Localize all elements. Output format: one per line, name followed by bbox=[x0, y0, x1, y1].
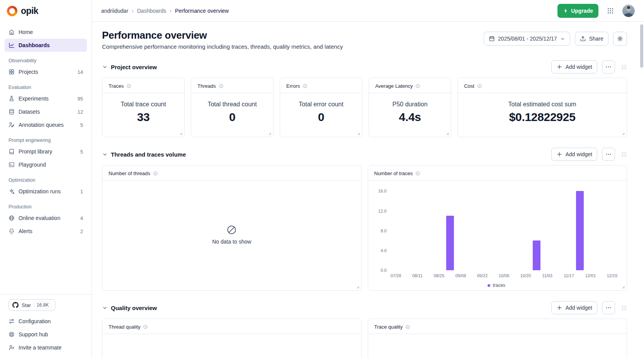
apps-grid-icon bbox=[607, 7, 614, 14]
card-header: Average Latency bbox=[369, 78, 451, 93]
sidebar-item-home[interactable]: Home bbox=[5, 26, 87, 39]
apps-menu-button[interactable] bbox=[605, 5, 616, 17]
opik-logo[interactable]: opik bbox=[0, 0, 92, 22]
collapse-section-button[interactable] bbox=[102, 152, 108, 157]
drag-dots-icon bbox=[621, 64, 627, 70]
topbar: andriidudar › Dashboards › Performance o… bbox=[92, 0, 644, 22]
x-tick-label: 08/25 bbox=[434, 273, 445, 278]
info-icon[interactable] bbox=[153, 171, 158, 176]
resize-handle[interactable] bbox=[355, 285, 360, 289]
resize-icon bbox=[621, 285, 625, 289]
date-range-button[interactable]: 2025/08/01 - 2025/12/17 bbox=[484, 32, 570, 46]
ellipsis-icon bbox=[605, 305, 612, 311]
add-widget-button[interactable]: Add widget bbox=[551, 60, 597, 73]
drag-handle[interactable] bbox=[621, 152, 627, 157]
card-title: Traces bbox=[109, 83, 124, 89]
sidebar-item-online-evaluation[interactable]: Online evaluation 4 bbox=[5, 211, 87, 225]
resize-handle[interactable] bbox=[621, 285, 625, 289]
sidebar-item-label: Support hub bbox=[19, 331, 48, 338]
sidebar-section-observability: Observability bbox=[5, 58, 87, 63]
breadcrumb: andriidudar › Dashboards › Performance o… bbox=[101, 8, 229, 14]
sidebar-item-projects[interactable]: Projects 14 bbox=[5, 65, 87, 78]
info-icon[interactable] bbox=[415, 84, 420, 89]
collapse-section-button[interactable] bbox=[102, 64, 108, 70]
page-header: Performance overview Comprehensive perfo… bbox=[102, 29, 627, 50]
info-icon[interactable] bbox=[126, 84, 131, 89]
card-title: Errors bbox=[286, 83, 300, 89]
item-count: 5 bbox=[80, 149, 83, 155]
no-data-icon bbox=[226, 225, 237, 235]
sidebar-item-experiments[interactable]: Experiments 95 bbox=[5, 92, 87, 105]
metric-value: 0 bbox=[229, 111, 235, 124]
sidebar-item-annotation-queues[interactable]: Annotation queues 5 bbox=[5, 118, 87, 131]
info-icon[interactable] bbox=[477, 84, 482, 89]
calendar-icon bbox=[489, 36, 495, 42]
breadcrumb-current: Performance overview bbox=[175, 8, 229, 14]
info-icon[interactable] bbox=[415, 171, 420, 176]
item-count: 12 bbox=[78, 109, 83, 115]
section-more-button[interactable] bbox=[602, 301, 615, 314]
traces-chart-xaxis: 07/2808/1108/2509/0809/2210/0610/2011/03… bbox=[391, 273, 618, 279]
sidebar-item-invite-teammate[interactable]: Invite a teammate bbox=[5, 341, 87, 354]
card-header: Errors bbox=[280, 78, 362, 93]
resize-handle[interactable] bbox=[445, 131, 450, 136]
resize-handle[interactable] bbox=[356, 131, 361, 136]
errors-card: Errors Total error count 0 bbox=[280, 78, 362, 137]
share-button[interactable]: Share bbox=[575, 32, 608, 46]
sidebar-item-configuration[interactable]: Configuration bbox=[5, 315, 87, 328]
x-tick-label: 10/06 bbox=[499, 273, 510, 278]
resize-handle[interactable] bbox=[621, 131, 625, 136]
y-tick-label: 12.0 bbox=[378, 209, 386, 213]
add-widget-button[interactable]: Add widget bbox=[551, 148, 597, 161]
resize-handle[interactable] bbox=[267, 131, 272, 136]
empty-state-text: No data to show bbox=[212, 239, 251, 245]
sidebar-item-label: Playground bbox=[19, 162, 46, 168]
sidebar-item-prompt-library[interactable]: Prompt library 5 bbox=[5, 145, 87, 158]
resize-icon bbox=[178, 131, 183, 136]
info-icon[interactable] bbox=[143, 324, 148, 329]
sidebar-item-support-hub[interactable]: Support hub bbox=[5, 328, 87, 341]
sidebar-nav: Home Dashboards Observability Projects 1… bbox=[0, 22, 92, 294]
info-icon[interactable] bbox=[405, 324, 410, 329]
plus-icon bbox=[556, 305, 562, 311]
sidebar-item-datasets[interactable]: Datasets 12 bbox=[5, 105, 87, 118]
breadcrumb-workspace[interactable]: andriidudar bbox=[101, 8, 128, 14]
resize-handle[interactable] bbox=[178, 131, 183, 136]
upgrade-button[interactable]: Upgrade bbox=[557, 4, 598, 18]
metric-label: Total thread count bbox=[207, 101, 257, 108]
traces-card: Traces Total trace count 33 bbox=[102, 78, 185, 137]
github-star-button[interactable]: Star 16.8K bbox=[8, 299, 55, 311]
ellipsis-icon bbox=[605, 64, 612, 70]
section-more-button[interactable] bbox=[602, 60, 615, 73]
breadcrumb-dashboards[interactable]: Dashboards bbox=[137, 8, 167, 14]
card-title: Average Latency bbox=[375, 83, 413, 89]
y-tick-label: 0.0 bbox=[381, 268, 386, 273]
opik-logo-icon bbox=[7, 6, 17, 16]
metric-value: 33 bbox=[137, 111, 150, 124]
info-icon[interactable] bbox=[302, 84, 308, 89]
chart-legend: traces bbox=[373, 283, 621, 288]
sidebar-item-dashboards[interactable]: Dashboards bbox=[5, 39, 87, 52]
drag-handle[interactable] bbox=[621, 305, 627, 311]
card-header: Traces bbox=[102, 78, 184, 93]
info-icon[interactable] bbox=[219, 84, 224, 89]
drag-handle[interactable] bbox=[621, 64, 627, 70]
dashboards-icon bbox=[8, 42, 15, 48]
sidebar-item-playground[interactable]: Playground bbox=[5, 158, 87, 171]
sidebar-item-optimization-runs[interactable]: Optimization runs 1 bbox=[5, 185, 87, 198]
card-title: Thread quality bbox=[109, 324, 140, 330]
sidebar-item-alerts[interactable]: Alerts 2 bbox=[5, 225, 87, 238]
y-tick-label: 16.0 bbox=[378, 189, 386, 193]
add-widget-button[interactable]: Add widget bbox=[551, 301, 597, 314]
scrollbar-thumb[interactable] bbox=[640, 24, 643, 68]
avatar[interactable] bbox=[622, 5, 635, 17]
gear-icon bbox=[617, 36, 623, 42]
collapse-section-button[interactable] bbox=[102, 305, 108, 311]
trace-bar-09/01 bbox=[446, 216, 454, 270]
sidebar-item-label: Dashboards bbox=[19, 42, 50, 48]
metric-label: Total estimated cost sum bbox=[508, 101, 576, 108]
scrollbar-track[interactable] bbox=[639, 22, 644, 358]
section-more-button[interactable] bbox=[602, 148, 615, 161]
dashboard-settings-button[interactable] bbox=[613, 32, 627, 46]
x-tick-label: 08/11 bbox=[412, 273, 423, 278]
